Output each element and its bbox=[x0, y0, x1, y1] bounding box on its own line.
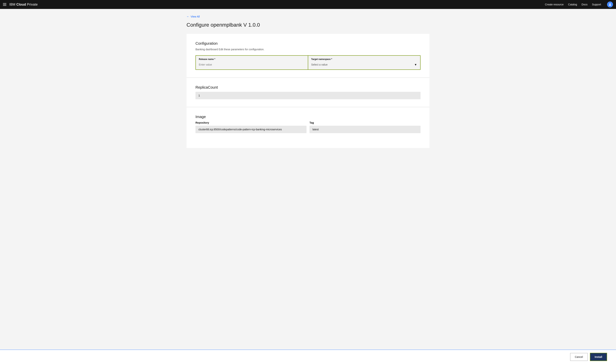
release-name-label: Release name * bbox=[199, 58, 305, 61]
support-link[interactable]: Support bbox=[592, 3, 601, 6]
back-link-label: View All bbox=[191, 15, 200, 18]
back-arrow-icon: ← bbox=[187, 15, 189, 18]
main-content: ← View All Configure openmplbank V 1.0.0… bbox=[178, 9, 438, 163]
menu-icon[interactable] bbox=[3, 3, 6, 6]
header-nav: Create resource Catalog Docs Support bbox=[545, 1, 613, 7]
tag-label: Tag bbox=[309, 121, 421, 124]
tag-field: Tag latest bbox=[309, 121, 421, 133]
release-name-input[interactable] bbox=[199, 62, 305, 67]
page-title: Configure openmplbank V 1.0.0 bbox=[187, 22, 429, 28]
target-namespace-select-container: Select a value ▾ bbox=[311, 62, 417, 67]
cloud-label: Cloud bbox=[16, 3, 26, 6]
release-name-field: Release name * bbox=[196, 56, 308, 69]
private-label: Private bbox=[27, 3, 38, 6]
target-namespace-label: Target namespace * bbox=[311, 58, 417, 61]
form-fields-row: Release name * Target namespace * Select… bbox=[196, 56, 420, 69]
repository-value: cluster68.icp:8500/codepatterns/code-pat… bbox=[195, 126, 307, 133]
target-namespace-field: Target namespace * Select a value ▾ bbox=[308, 56, 420, 69]
configuration-section: Configuration Banking dashboard Edit the… bbox=[187, 34, 429, 77]
catalog-link[interactable]: Catalog bbox=[568, 3, 577, 6]
image-row: Repository cluster68.icp:8500/codepatter… bbox=[195, 121, 421, 133]
image-title: Image bbox=[195, 115, 421, 119]
docs-link[interactable]: Docs bbox=[582, 3, 588, 6]
tag-value: latest bbox=[309, 126, 421, 133]
replica-count-title: ReplicaCount bbox=[195, 85, 421, 90]
target-namespace-select[interactable]: Select a value bbox=[311, 62, 417, 67]
user-avatar[interactable] bbox=[607, 1, 613, 7]
header-logo-text: IBM Cloud Private bbox=[9, 3, 38, 7]
create-resource-link[interactable]: Create resource bbox=[545, 3, 563, 6]
ibm-label: IBM bbox=[9, 3, 15, 6]
header: IBM Cloud Private Create resource Catalo… bbox=[0, 0, 616, 9]
replica-count-section: ReplicaCount 1 bbox=[187, 78, 429, 107]
repository-label: Repository bbox=[195, 121, 307, 124]
repository-field: Repository cluster68.icp:8500/codepatter… bbox=[195, 121, 307, 133]
configuration-title: Configuration bbox=[195, 41, 421, 46]
configuration-description: Banking dashboard Edit these parameters … bbox=[195, 48, 421, 51]
replica-count-value: 1 bbox=[195, 92, 421, 99]
configuration-form: Release name * Target namespace * Select… bbox=[195, 55, 421, 70]
header-logo: IBM Cloud Private bbox=[9, 3, 545, 7]
avatar-icon bbox=[609, 3, 612, 6]
back-link[interactable]: ← View All bbox=[187, 15, 429, 18]
image-section: Image Repository cluster68.icp:8500/code… bbox=[187, 107, 429, 148]
